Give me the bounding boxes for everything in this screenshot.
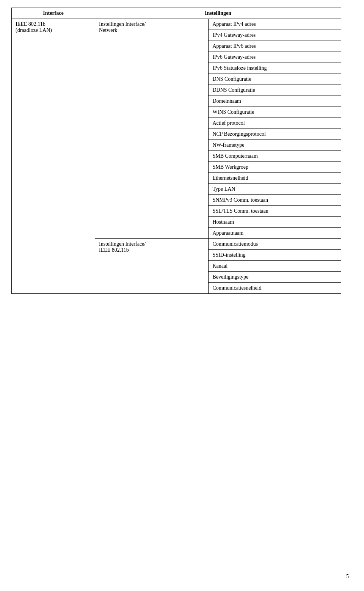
setting-item: SSID-instelling xyxy=(209,250,341,261)
setting-item: IPv4 Gateway-adres xyxy=(209,30,341,41)
setting-item: Type LAN xyxy=(209,184,341,195)
setting-item: DDNS Configuratie xyxy=(209,85,341,96)
setting-item: Ethernetsnelheid xyxy=(209,173,341,184)
interface-cell: IEEE 802.11b(draadloze LAN) xyxy=(12,19,95,294)
subcategory-ieee80211b: Instellingen Interface/IEEE 802.11b xyxy=(95,239,209,294)
header-interface: Interface xyxy=(12,8,95,19)
setting-item: NW-frametype xyxy=(209,140,341,151)
setting-item: SNMPv3 Comm. toestaan xyxy=(209,195,341,206)
setting-item: Apparaatnaam xyxy=(209,228,341,239)
setting-item: WINS Configuratie xyxy=(209,107,341,118)
setting-item: IPv6 Gateway-adres xyxy=(209,52,341,63)
setting-item: DNS Configuratie xyxy=(209,74,341,85)
main-table: Interface Instellingen IEEE 802.11b(draa… xyxy=(11,8,341,294)
setting-item: Domeinnaam xyxy=(209,96,341,107)
setting-item: Apparaat IPv6 adres xyxy=(209,41,341,52)
setting-item: SSL/TLS Comm. toestaan xyxy=(209,206,341,217)
page-number: 5 xyxy=(346,574,349,580)
header-instellingen: Instellingen xyxy=(95,8,341,19)
setting-item: Communicatiemodus xyxy=(209,239,341,250)
setting-item: IPv6 Statusloze instelling xyxy=(209,63,341,74)
setting-item: Beveiligingstype xyxy=(209,272,341,283)
setting-item: SMB Werkgroep xyxy=(209,162,341,173)
subcategory-network: Instellingen Interface/Netwerk xyxy=(95,19,209,239)
setting-item: SMB Computernaam xyxy=(209,151,341,162)
setting-item: Communicatiesnelheid xyxy=(209,283,341,294)
setting-item: NCP Bezorgingsprotocol xyxy=(209,129,341,140)
setting-item: Hostnaam xyxy=(209,217,341,228)
setting-item: Actief protocol xyxy=(209,118,341,129)
setting-item: Apparaat IPv4 adres xyxy=(209,19,341,30)
setting-item: Kanaal xyxy=(209,261,341,272)
